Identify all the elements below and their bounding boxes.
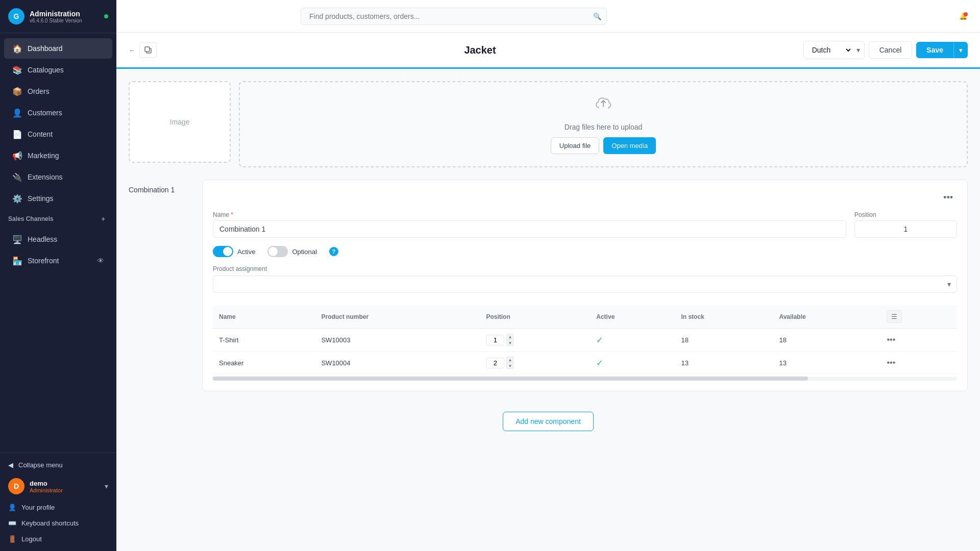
position-down-button[interactable]: ▼ <box>506 363 513 369</box>
chevron-down-icon: ▾ <box>105 482 108 490</box>
keyboard-shortcuts-label: Keyboard shortcuts <box>21 519 79 527</box>
page-title: Jacket <box>165 44 795 56</box>
row-more-button[interactable]: ••• <box>887 335 895 344</box>
position-down-button[interactable]: ▼ <box>506 340 513 346</box>
add-new-component-button[interactable]: Add new component <box>503 412 594 431</box>
content-area: Image Drag files here to upload Upload f… <box>116 69 980 551</box>
active-check-icon: ✓ <box>596 336 603 344</box>
logout-icon: 🚪 <box>8 535 16 543</box>
main-content: 🔍 🔔 ← Jacket Dutch English <box>116 0 980 551</box>
sidebar-item-label: Orders <box>28 87 50 95</box>
save-button[interactable]: Save <box>916 42 953 58</box>
combination-menu: ••• <box>213 190 957 205</box>
position-label: Position <box>854 211 957 218</box>
table-scrollbar[interactable] <box>213 377 957 381</box>
combination-card: ••• Name * Position <box>202 180 968 391</box>
row-position-input[interactable] <box>486 358 504 368</box>
notification-button[interactable]: 🔔 <box>959 12 968 20</box>
col-product-number: Product number <box>315 305 480 329</box>
sidebar-item-extensions[interactable]: 🔌 Extensions <box>4 167 112 187</box>
optional-toggle[interactable] <box>267 246 288 257</box>
combination-table: Name Product number Position Active In s… <box>213 305 957 374</box>
sidebar-item-label: Marketing <box>28 152 59 160</box>
form-group-name: Name * <box>213 211 846 238</box>
table-list-button[interactable]: ☰ <box>887 310 902 323</box>
position-input[interactable] <box>854 220 957 238</box>
sidebar-item-customers[interactable]: 👤 Customers <box>4 103 112 123</box>
cancel-button[interactable]: Cancel <box>869 41 913 59</box>
back-button[interactable]: ← <box>129 46 135 54</box>
extensions-icon: 🔌 <box>12 172 22 182</box>
language-selector[interactable]: Dutch English German ▾ <box>803 41 865 59</box>
storefront-visibility-icon: 👁 <box>97 257 104 265</box>
user-name: demo <box>30 480 63 487</box>
table-header-row: Name Product number Position Active In s… <box>213 305 957 329</box>
upload-buttons: Upload file Open media <box>551 137 656 154</box>
help-icon[interactable]: ? <box>329 247 338 256</box>
save-dropdown-button[interactable]: ▾ <box>953 42 968 58</box>
logout-button[interactable]: 🚪 Logout <box>0 531 116 547</box>
product-assignment-select[interactable] <box>213 276 957 293</box>
position-up-button[interactable]: ▲ <box>506 357 513 363</box>
combination-more-button[interactable]: ••• <box>939 190 957 205</box>
table-row: Sneaker SW10004 ▲ ▼ <box>213 352 957 374</box>
image-placeholder-text: Image <box>170 118 190 126</box>
product-assignment-section: Product assignment ▾ <box>213 265 957 293</box>
sidebar-item-catalogues[interactable]: 📚 Catalogues <box>4 60 112 80</box>
cell-product-number: SW10004 <box>315 352 480 374</box>
sales-channels-header: Sales Channels ＋ <box>0 210 116 228</box>
add-sales-channel-button[interactable]: ＋ <box>98 214 108 224</box>
sidebar-item-dashboard[interactable]: 🏠 Dashboard <box>4 38 112 59</box>
your-profile-button[interactable]: 👤 Your profile <box>0 499 116 515</box>
upload-section: Image Drag files here to upload Upload f… <box>129 81 968 167</box>
sidebar-item-content[interactable]: 📄 Content <box>4 124 112 144</box>
sidebar-item-storefront[interactable]: 🏪 Storefront 👁 <box>4 251 112 271</box>
table-container: Name Product number Position Active In s… <box>213 301 957 381</box>
upload-file-button[interactable]: Upload file <box>551 137 599 154</box>
sidebar-item-label: Settings <box>28 194 54 203</box>
clone-button[interactable] <box>139 42 157 58</box>
sidebar-item-settings[interactable]: ⚙️ Settings <box>4 188 112 209</box>
upload-drag-text: Drag files here to upload <box>565 123 643 131</box>
row-more-button[interactable]: ••• <box>887 358 895 367</box>
open-media-button[interactable]: Open media <box>603 137 656 154</box>
combination-name-input[interactable] <box>213 220 846 238</box>
product-assignment-wrapper: ▾ <box>213 276 957 293</box>
status-dot <box>104 14 108 18</box>
search-bar: 🔍 <box>301 8 607 25</box>
search-input[interactable] <box>301 8 607 25</box>
position-up-button[interactable]: ▲ <box>506 334 513 340</box>
cell-active: ✓ <box>590 352 675 374</box>
collapse-menu-button[interactable]: ◀ Collapse menu <box>0 457 116 473</box>
required-indicator: * <box>231 211 233 218</box>
cell-in-stock: 13 <box>675 352 773 374</box>
topbar: 🔍 🔔 <box>116 0 980 33</box>
profile-label: Your profile <box>21 504 55 511</box>
upload-dropzone[interactable]: Drag files here to upload Upload file Op… <box>239 81 968 167</box>
language-select-input[interactable]: Dutch English German <box>804 41 852 59</box>
sidebar-item-orders[interactable]: 📦 Orders <box>4 81 112 102</box>
topbar-right: 🔔 <box>959 12 968 20</box>
cell-available: 18 <box>773 329 880 352</box>
row-position-input[interactable] <box>486 335 504 345</box>
name-label: Name * <box>213 211 846 218</box>
col-in-stock: In stock <box>675 305 773 329</box>
col-name: Name <box>213 305 315 329</box>
col-available: Available <box>773 305 880 329</box>
sidebar-item-label: Headless <box>28 235 57 243</box>
keyboard-shortcuts-button[interactable]: ⌨️ Keyboard shortcuts <box>0 515 116 531</box>
search-button[interactable]: 🔍 <box>593 12 602 20</box>
user-menu[interactable]: D demo Administrator ▾ <box>0 473 116 499</box>
profile-icon: 👤 <box>8 504 16 511</box>
active-label: Active <box>237 248 255 256</box>
active-toggle[interactable] <box>213 246 233 257</box>
user-avatar: D <box>8 478 24 494</box>
save-button-group: Save ▾ <box>916 42 968 58</box>
product-assignment-label: Product assignment <box>213 265 957 272</box>
sidebar-item-label: Storefront <box>28 257 59 265</box>
cell-position: ▲ ▼ <box>480 329 590 352</box>
sidebar-item-headless[interactable]: 🖥️ Headless <box>4 229 112 249</box>
sidebar-item-marketing[interactable]: 📢 Marketing <box>4 145 112 166</box>
cell-available: 13 <box>773 352 880 374</box>
clone-icon <box>144 46 152 54</box>
